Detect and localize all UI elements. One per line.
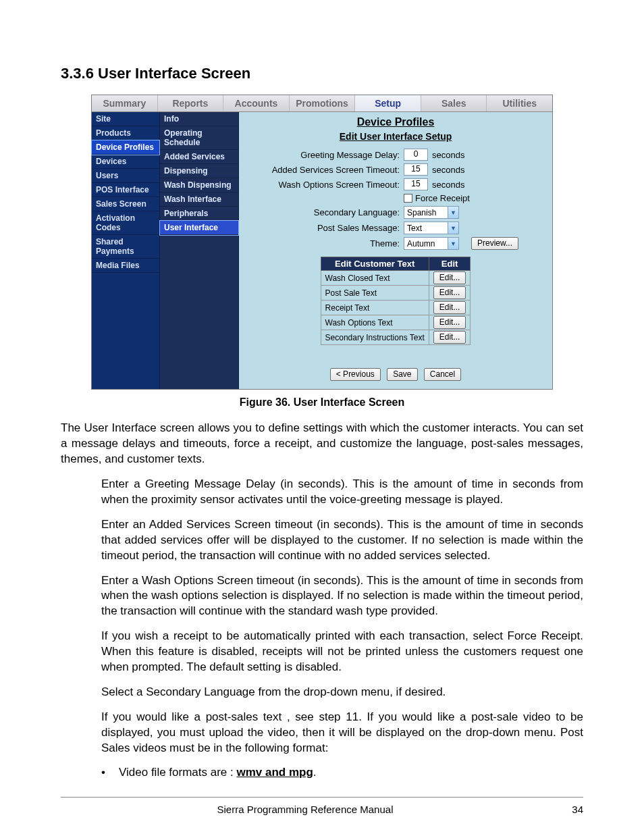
select-post-sales[interactable]: Text ▼ xyxy=(404,221,459,234)
nav-media-files[interactable]: Media Files xyxy=(92,259,159,273)
unit-seconds: seconds xyxy=(432,150,464,160)
paragraph: Enter a Greeting Message Delay (in secon… xyxy=(101,477,583,508)
chevron-down-icon: ▼ xyxy=(448,238,458,249)
preview-button[interactable]: Preview... xyxy=(471,237,518,250)
subnav-user-interface[interactable]: User Interface xyxy=(160,221,238,235)
tab-utilities[interactable]: Utilities xyxy=(486,95,552,111)
tab-summary[interactable]: Summary xyxy=(92,95,157,111)
label-post-sales: Post Sales Message: xyxy=(244,223,404,233)
save-button[interactable]: Save xyxy=(387,368,417,381)
footer-title: Sierra Programming Reference Manual xyxy=(61,804,549,815)
table-row: Post Sale TextEdit... xyxy=(321,286,471,301)
screenshot-window: Summary Reports Accounts Promotions Setu… xyxy=(91,95,553,390)
checkbox-force-receipt[interactable] xyxy=(404,194,412,203)
tab-sales[interactable]: Sales xyxy=(421,95,487,111)
edit-button[interactable]: Edit... xyxy=(433,271,466,284)
table-row: Wash Options TextEdit... xyxy=(321,315,471,330)
footer-divider xyxy=(61,797,583,798)
unit-seconds: seconds xyxy=(432,180,464,190)
nav-device-profiles[interactable]: Device Profiles xyxy=(92,140,159,155)
col-edit-customer-text: Edit Customer Text xyxy=(321,257,429,271)
figure-caption: Figure 36. User Interface Screen xyxy=(61,396,583,409)
main-title: Device Profiles xyxy=(244,116,547,128)
footer-page-number: 34 xyxy=(549,804,583,815)
tab-bar: Summary Reports Accounts Promotions Setu… xyxy=(92,95,552,112)
col-edit: Edit xyxy=(429,257,471,271)
subnav-peripherals[interactable]: Peripherals xyxy=(160,207,238,221)
label-theme: Theme: xyxy=(244,238,404,249)
select-theme[interactable]: Autumn ▼ xyxy=(404,237,459,250)
edit-button[interactable]: Edit... xyxy=(433,301,466,314)
nav-activation-codes[interactable]: Activation Codes xyxy=(92,211,159,235)
table-row: Secondary Instructions TextEdit... xyxy=(321,330,471,345)
label-secondary-language: Secondary Language: xyxy=(244,207,404,217)
select-secondary-language[interactable]: Spanish ▼ xyxy=(404,206,459,219)
subnav-wash-dispensing[interactable]: Wash Dispensing xyxy=(160,178,238,192)
bullet-text: Video file formats are : xyxy=(119,766,237,779)
edit-button[interactable]: Edit... xyxy=(433,316,466,329)
unit-seconds: seconds xyxy=(432,165,464,175)
edit-button[interactable]: Edit... xyxy=(433,286,466,299)
paragraph: If you wish a receipt to be automaticall… xyxy=(101,629,583,675)
subnav-info[interactable]: Info xyxy=(160,112,238,126)
input-added-timeout[interactable]: 15 xyxy=(404,163,428,176)
subnav-added-services[interactable]: Added Services xyxy=(160,150,238,164)
tab-accounts[interactable]: Accounts xyxy=(223,95,289,111)
label-wash-timeout: Wash Options Screen Timeout: xyxy=(244,180,404,190)
table-row: Receipt TextEdit... xyxy=(321,301,471,315)
tab-setup[interactable]: Setup xyxy=(354,95,421,111)
nav-users[interactable]: Users xyxy=(92,169,159,183)
bullet-bold: wmv and mpg xyxy=(237,766,313,779)
previous-button[interactable]: < Previous xyxy=(330,368,381,381)
left-nav: Site Products Device Profiles Devices Us… xyxy=(92,112,160,389)
bullet-item: • Video file formats are : wmv and mpg. xyxy=(101,766,583,779)
chevron-down-icon: ▼ xyxy=(448,222,458,234)
label-force-receipt: Force Receipt xyxy=(415,193,470,203)
main-panel: Device Profiles Edit User Interface Setu… xyxy=(239,112,552,389)
nav-devices[interactable]: Devices xyxy=(92,155,159,169)
bullet-icon: • xyxy=(101,766,119,779)
paragraph: The User Interface screen allows you to … xyxy=(61,421,583,467)
tab-reports[interactable]: Reports xyxy=(157,95,223,111)
nav-site[interactable]: Site xyxy=(92,112,159,126)
label-greeting-delay: Greeting Message Delay: xyxy=(244,150,404,160)
main-subtitle: Edit User Interface Setup xyxy=(244,131,547,142)
paragraph: Enter an Added Services Screen timeout (… xyxy=(101,517,583,564)
cancel-button[interactable]: Cancel xyxy=(424,368,461,381)
sub-nav: Info Operating Schedule Added Services D… xyxy=(160,112,239,389)
tab-promotions[interactable]: Promotions xyxy=(289,95,355,111)
table-row: Wash Closed TextEdit... xyxy=(321,271,471,286)
paragraph: Select a Secondary Language from the dro… xyxy=(101,685,583,700)
label-added-timeout: Added Services Screen Timeout: xyxy=(244,165,404,175)
edit-button[interactable]: Edit... xyxy=(433,331,466,344)
input-wash-timeout[interactable]: 15 xyxy=(404,178,428,190)
input-greeting-delay[interactable]: 0 xyxy=(404,149,428,161)
subnav-operating-schedule[interactable]: Operating Schedule xyxy=(160,126,238,150)
nav-sales-screen[interactable]: Sales Screen xyxy=(92,197,159,211)
paragraph: Enter a Wash Options Screen timeout (in … xyxy=(101,573,583,620)
nav-shared-payments[interactable]: Shared Payments xyxy=(92,235,159,259)
nav-pos-interface[interactable]: POS Interface xyxy=(92,183,159,197)
customer-text-table: Edit Customer Text Edit Wash Closed Text… xyxy=(321,257,471,345)
nav-products[interactable]: Products xyxy=(92,126,159,140)
subnav-dispensing[interactable]: Dispensing xyxy=(160,164,238,178)
chevron-down-icon: ▼ xyxy=(448,207,458,218)
section-heading: 3.3.6 User Interface Screen xyxy=(61,65,583,82)
paragraph: If you would like a post-sales text , se… xyxy=(101,710,583,756)
subnav-wash-interface[interactable]: Wash Interface xyxy=(160,192,238,207)
